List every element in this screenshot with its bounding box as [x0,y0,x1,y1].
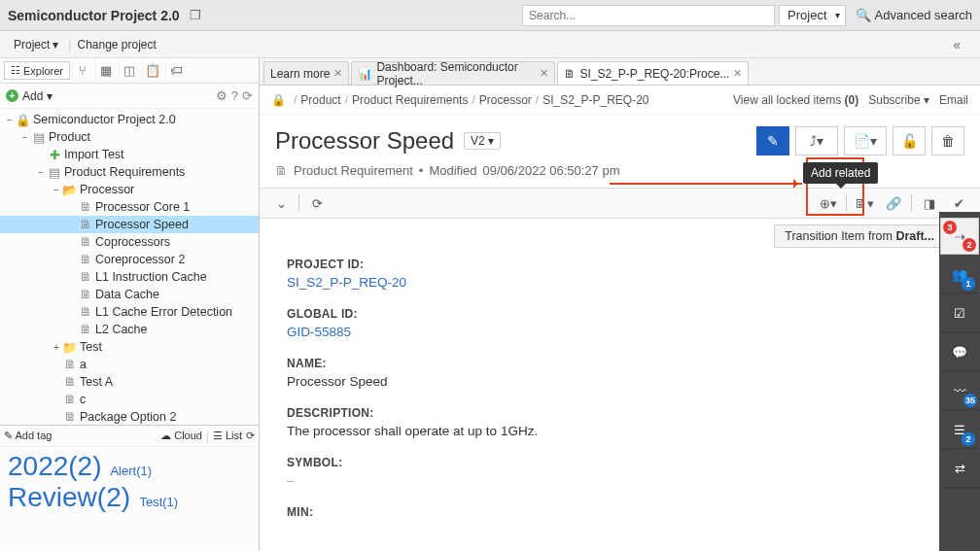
explorer-tab[interactable]: ☷ Explorer [4,61,70,80]
export-button[interactable]: 📄 ▾ [844,126,887,155]
rail-activity-button[interactable]: 〰 35 [940,373,979,410]
breadcrumb-item[interactable]: SI_S2_P-P_REQ-20 [542,93,648,107]
rail-comments-button[interactable]: 💬 [940,334,979,371]
clipboard-icon: 📋 [145,63,160,78]
list-view-button[interactable]: ☰ List [213,430,242,442]
tree-row[interactable]: 🗎Package Option 2 [0,408,259,425]
link-button[interactable]: 🔗 [882,191,905,215]
tag[interactable]: Review(2) [8,482,130,512]
baseline-button[interactable]: ◫ [119,61,140,81]
window-icon[interactable]: ❐ [190,8,201,22]
edit-button[interactable]: ✎ [756,126,789,155]
tab-icon: 📊 [358,67,372,81]
change-project-link[interactable]: Change project [71,36,161,53]
tree-row[interactable]: 🗎a [0,356,259,373]
tag[interactable]: Test(1) [139,495,178,509]
breadcrumb-item[interactable]: Product [300,93,340,107]
tag-filter-button[interactable]: 🏷 [165,61,187,81]
version-dropdown[interactable]: V2 ▾ [464,132,501,150]
field-value[interactable]: SI_S2_P-P_REQ-20 [287,275,961,290]
tag-refresh-button[interactable]: ⟳ [246,430,255,442]
node-icon: 🗎 [78,253,93,266]
annotation-arrow [610,183,802,185]
release-button[interactable]: ▦ [95,61,117,81]
tree-row[interactable]: 🗎Coreprocessor 2 [0,251,259,268]
search-input[interactable] [522,5,775,26]
chevron-down-icon: ▾ [47,89,52,103]
testplan-button[interactable]: 📋 [142,61,163,81]
tab[interactable]: 🗎SI_S2_P-P_REQ-20:Proce...✕ [557,61,749,85]
rail-versions-button[interactable]: ☰ 2 [940,412,979,449]
tree-row[interactable]: 🗎L1 Cache Error Detection [0,303,259,321]
project-menu[interactable]: Project ▾ [8,36,64,53]
tree-row[interactable]: ✚Import Test [0,146,259,163]
relate-button[interactable]: ⤴ ▾ [795,126,838,155]
expander-icon[interactable]: − [4,115,16,125]
expander-icon[interactable]: − [19,132,31,143]
collapse-sidebar-button[interactable]: « [953,37,961,52]
rail-people-button[interactable]: 👥 1 [940,257,979,293]
tree-row[interactable]: 🗎Data Cache [0,286,259,303]
tree-row[interactable]: 🗎Test A [0,373,259,391]
tree-row[interactable]: 🗎L2 Cache [0,321,259,338]
field-label: GLOBAL ID: [287,307,961,321]
tree-row[interactable]: −📂Processor [0,181,259,198]
transition-dropdown[interactable]: Transition Item from Draft... [774,224,955,248]
refresh-icon[interactable]: ⟳ [242,88,253,103]
expander-icon[interactable]: − [35,167,47,178]
tag[interactable]: Alert(1) [110,464,152,478]
breadcrumb-item[interactable]: Product Requirements [352,93,468,107]
add-tag-button[interactable]: ✎ Add tag [4,430,52,442]
expand-all-button[interactable]: ⌄ [269,191,293,215]
tree-row[interactable]: 🗎L1 Instruction Cache [0,268,259,286]
close-icon[interactable]: ✕ [540,67,548,80]
gear-icon[interactable]: ⚙ [216,88,228,103]
page-title: Processor Speed [275,127,454,155]
delete-button[interactable]: 🗑 [931,126,964,155]
breadcrumb-item[interactable]: Processor [479,93,532,107]
tab[interactable]: Learn more✕ [263,61,349,85]
compare-button[interactable]: ◨ [918,191,941,215]
close-icon[interactable]: ✕ [733,67,742,80]
tree-row[interactable]: +📁Test [0,338,259,356]
tree-row[interactable]: −▤Product Requirements [0,163,259,181]
tag[interactable]: 2022(2) [8,451,102,481]
tree-label: L1 Cache Error Detection [95,305,232,319]
expander-icon[interactable]: + [51,342,62,353]
email-link[interactable]: Email [939,93,968,107]
tree-icon: ☷ [11,64,20,77]
tree-row[interactable]: 🗎Coprocessors [0,233,259,251]
field-value[interactable]: GID-55885 [287,325,961,339]
help-icon[interactable]: ? [231,88,238,103]
refresh-list-button[interactable]: ⟳ [305,191,329,215]
view-locked-link[interactable]: View all locked items (0) [733,93,858,107]
cloud-view-button[interactable]: ☁ Cloud [160,430,202,442]
expander-icon[interactable]: − [51,185,62,195]
rail-tasks-button[interactable]: ☑ [940,295,979,332]
tree-label: Import Test [64,148,124,161]
project-icon: 🔒 [271,93,286,107]
close-icon[interactable]: ✕ [333,67,342,80]
rail-relationships-button[interactable]: ⇢ 3 2 [940,218,979,255]
tree-row[interactable]: −🔒Semiconductor Project 2.0 [0,111,259,128]
field-label: DESCRIPTION: [287,406,961,420]
tab[interactable]: 📊Dashboard: Semiconductor Project...✕ [351,61,555,85]
tree-label: Processor [80,183,134,196]
node-icon: 🔒 [16,113,31,127]
badge: 2 [962,432,975,446]
chevrons-icon: ⌄ [276,196,287,211]
item-fields: PROJECT ID:SI_S2_P-P_REQ-20GLOBAL ID:GID… [260,248,980,551]
rail-collapse-button[interactable]: ⇄ [940,451,979,488]
add-button[interactable]: + Add ▾ [6,89,52,103]
tree-row[interactable]: 🗎Processor Speed [0,216,259,233]
search-scope-dropdown[interactable]: Project [779,5,845,26]
lock-button[interactable]: 🔓 [892,126,926,155]
filter-button[interactable]: ⑂ [72,61,93,81]
tree-row[interactable]: −▤Product [0,128,259,146]
node-icon: 🗎 [78,218,93,231]
tree-row[interactable]: 🗎Processor Core 1 [0,198,259,216]
advanced-search-link[interactable]: 🔍 Advanced search [856,8,972,22]
badge: 3 [943,221,957,234]
subscribe-link[interactable]: Subscribe ▾ [868,93,929,107]
tree-row[interactable]: 🗎c [0,391,259,408]
